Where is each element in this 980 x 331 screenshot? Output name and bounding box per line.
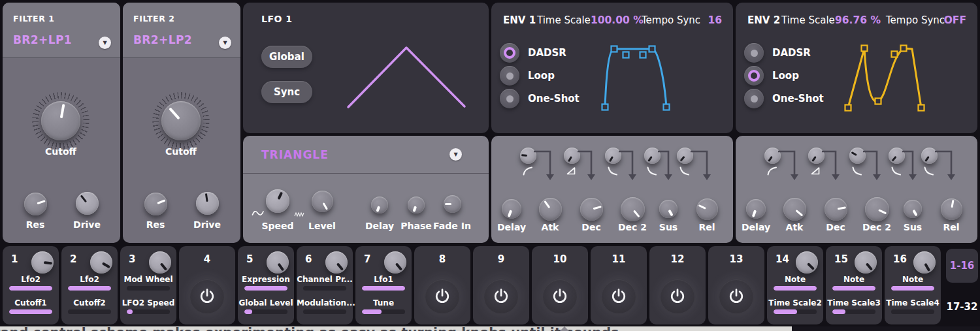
pointer-line: [508, 210, 512, 217]
pointer-line: [44, 262, 52, 264]
knob-label: Cutoff: [45, 146, 76, 157]
macro-slot-amount-slider[interactable]: [9, 286, 52, 291]
macro-slot-amount-slider[interactable]: [244, 286, 287, 291]
filter2-title: FILTER 2: [133, 14, 175, 24]
lfo-shape-selector[interactable]: TRIANGLE ▼: [243, 136, 489, 174]
mod-knob[interactable]: [855, 251, 877, 274]
lfo1-panel: LFO 1 Global Sync: [243, 3, 489, 133]
sus-knob[interactable]: [904, 200, 922, 218]
power-button[interactable]: [661, 279, 694, 313]
chevron-down-icon[interactable]: ▼: [99, 37, 111, 49]
res-knob[interactable]: [144, 193, 167, 215]
cutoff-knob[interactable]: [41, 101, 80, 140]
macro-slot-amount-slider[interactable]: [774, 286, 817, 291]
macro-slot-amount-slider[interactable]: [362, 309, 405, 314]
atk-knob[interactable]: [539, 198, 562, 221]
power-button[interactable]: [719, 279, 753, 313]
chevron-down-icon[interactable]: ▼: [449, 148, 462, 161]
drive-knob[interactable]: [76, 192, 99, 215]
filter1-header[interactable]: FILTER 1 BR2+LP1 ▼: [3, 3, 120, 58]
macro-slot-amount-slider[interactable]: [9, 309, 52, 314]
pointer-line: [608, 156, 613, 162]
macro-slot-amount-slider[interactable]: [891, 286, 934, 291]
macro-slot-amount-slider[interactable]: [127, 309, 170, 314]
mod-knob[interactable]: [384, 251, 406, 274]
delay-knob[interactable]: [746, 199, 766, 219]
dec-knob[interactable]: [825, 198, 847, 221]
pointer-line: [157, 199, 165, 204]
macro-number: 5: [246, 253, 253, 265]
lfo1-controls-panel: TRIANGLE ▼ SpeedLevelDelayPhaseFade In: [243, 136, 489, 243]
macro-slot-amount-slider[interactable]: [244, 309, 287, 314]
mod-knob[interactable]: [31, 251, 54, 274]
filter2-type-dropdown[interactable]: BR2+LP2: [133, 33, 192, 46]
macro-cell-12: 12: [649, 246, 706, 324]
macro-page-tab-1-16[interactable]: 1-16: [946, 249, 978, 283]
macro-slot-label: Modulation...: [297, 298, 353, 307]
mod-knob[interactable]: [267, 251, 289, 274]
macro-slot-amount-slider[interactable]: [68, 309, 111, 314]
envelope-editor[interactable]: [491, 3, 733, 133]
envelope-editor[interactable]: [736, 3, 977, 133]
env1-controls-panel: DelayAtkDecDec 2SusRel: [491, 136, 733, 243]
macro-cell-16: 16NoteTime Scale4: [885, 246, 941, 324]
pointer-line: [60, 104, 65, 118]
pointer-line: [395, 263, 402, 271]
pointer-line: [698, 204, 706, 209]
macro-slot-label: Time Scale4: [885, 298, 941, 307]
macro-slot-amount-slider[interactable]: [303, 286, 346, 291]
knob-label: Phase: [400, 221, 432, 231]
knob-pointer: [693, 195, 721, 223]
pointer-line: [376, 206, 380, 212]
macro-slot-amount-slider[interactable]: [362, 286, 405, 291]
power-button[interactable]: [543, 279, 577, 313]
macro-number: 13: [708, 253, 764, 265]
macro-slot-amount-slider[interactable]: [303, 309, 346, 314]
macro-slot-amount-slider[interactable]: [774, 309, 817, 314]
knob-pointer: [900, 197, 925, 221]
power-button[interactable]: [484, 279, 518, 313]
dec-2-knob[interactable]: [865, 197, 889, 221]
level-knob[interactable]: [312, 191, 333, 212]
macro-number: 1: [11, 253, 18, 265]
macro-slot-amount-slider[interactable]: [127, 286, 170, 291]
power-button[interactable]: [190, 279, 224, 313]
delay-knob[interactable]: [502, 199, 521, 219]
mod-knob[interactable]: [90, 251, 112, 274]
delay-knob[interactable]: [371, 197, 388, 213]
phase-knob[interactable]: [408, 197, 425, 213]
fade-in-knob[interactable]: [444, 195, 461, 213]
drive-knob[interactable]: [196, 192, 219, 215]
cutoff-knob[interactable]: [161, 101, 201, 140]
filter2-header[interactable]: FILTER 2 BR2+LP2 ▼: [123, 3, 240, 58]
pointer-line: [278, 191, 284, 200]
macro-slot-amount-slider[interactable]: [891, 309, 934, 314]
filter2-panel: FILTER 2 BR2+LP2 ▼ CutoffResDrive: [123, 3, 240, 243]
macro-slot-amount-slider[interactable]: [68, 286, 111, 291]
macro-cell-4: 4: [179, 246, 235, 324]
filter1-type-dropdown[interactable]: BR2+LP1: [13, 33, 72, 46]
rel-knob[interactable]: [696, 198, 718, 220]
power-button[interactable]: [602, 279, 636, 313]
macro-slot-amount-slider[interactable]: [832, 309, 875, 314]
mod-knob[interactable]: [149, 251, 171, 274]
speed-knob[interactable]: [266, 189, 289, 213]
dec-knob[interactable]: [580, 198, 603, 221]
mod-knob[interactable]: [325, 251, 348, 274]
chevron-down-icon[interactable]: ▼: [219, 37, 231, 49]
dec-2-knob[interactable]: [621, 197, 645, 221]
curve-shape-icon: [891, 166, 902, 176]
atk-knob[interactable]: [783, 198, 806, 221]
knob-label: Dec 2: [618, 222, 647, 232]
rel-knob[interactable]: [941, 198, 962, 220]
lfo-waveform-display[interactable]: [243, 3, 489, 133]
mod-knob[interactable]: [913, 251, 936, 274]
macro-slot-amount-slider[interactable]: [832, 286, 875, 291]
macro-page-tab-17-32[interactable]: 17-32: [946, 297, 978, 317]
mod-knob[interactable]: [796, 251, 818, 274]
power-button[interactable]: [425, 279, 459, 313]
sus-knob[interactable]: [659, 200, 678, 218]
macro-slot-amount-fill: [362, 309, 382, 314]
res-knob[interactable]: [24, 193, 47, 215]
macro-slot-label: Cutoff1: [3, 298, 59, 307]
